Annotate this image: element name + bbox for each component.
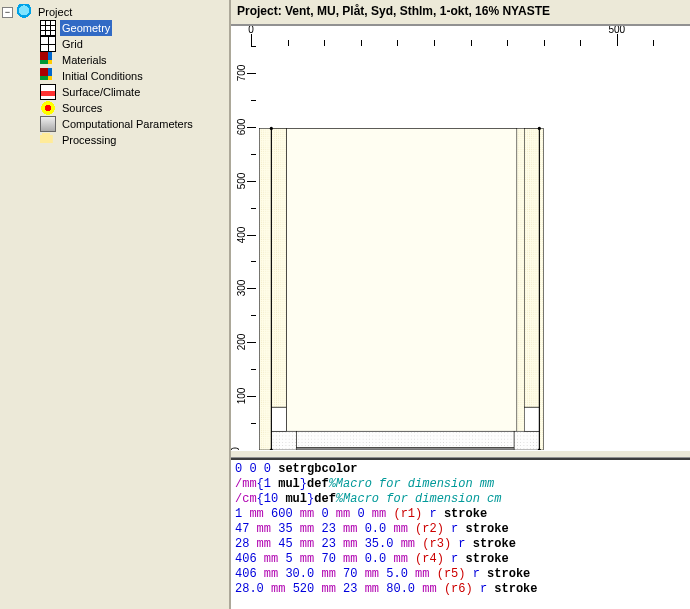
svg-rect-7: [271, 407, 286, 431]
project-tree[interactable]: − Project Geometry Grid Materials Initia…: [2, 4, 227, 148]
svg-rect-13: [524, 128, 539, 407]
svg-point-16: [270, 127, 273, 130]
tree-item-materials[interactable]: Materials: [30, 52, 227, 68]
svg-rect-10: [271, 128, 286, 407]
code-panel[interactable]: 0 0 0 setrgbcolor/mm{1 mul}def%Macro for…: [231, 458, 690, 609]
project-icon: [16, 4, 32, 20]
code-line[interactable]: /mm{1 mul}def%Macro for dimension mm: [235, 477, 686, 492]
initial-conditions-icon: [40, 68, 56, 84]
geometry-canvas[interactable]: 0500 0100200300400500600700: [231, 24, 690, 450]
ruler-horizontal: 0500: [251, 26, 690, 46]
sidebar: − Project Geometry Grid Materials Initia…: [0, 0, 229, 609]
svg-rect-8: [297, 447, 515, 450]
tree-item-initial-conditions[interactable]: Initial Conditions: [30, 68, 227, 84]
code-line[interactable]: 28 mm 45 mm 23 mm 35.0 mm (r3) r stroke: [235, 537, 686, 552]
project-title: Project: Vent, MU, Plåt, Syd, Sthlm, 1-o…: [231, 0, 690, 22]
code-line[interactable]: 47 mm 35 mm 23 mm 0.0 mm (r2) r stroke: [235, 522, 686, 537]
tree-item-grid[interactable]: Grid: [30, 36, 227, 52]
code-line[interactable]: 0 0 0 setrgbcolor: [235, 462, 686, 477]
svg-rect-6: [271, 431, 296, 450]
tree-root[interactable]: − Project: [2, 4, 227, 20]
app-root: − Project Geometry Grid Materials Initia…: [0, 0, 690, 609]
code-line[interactable]: /cm{10 mul}def%Macro for dimension cm: [235, 492, 686, 507]
tree-root-label: Project: [36, 4, 74, 20]
svg-rect-11: [514, 431, 539, 450]
ruler-vertical: 0100200300400500600700: [231, 46, 256, 450]
tree-item-computational-parameters[interactable]: Computational Parameters: [30, 116, 227, 132]
svg-rect-5: [286, 128, 516, 431]
grid-icon: [40, 36, 56, 52]
code-line[interactable]: 406 mm 5 mm 70 mm 0.0 mm (r4) r stroke: [235, 552, 686, 567]
main-panel: Project: Vent, MU, Plåt, Syd, Sthlm, 1-o…: [229, 0, 690, 609]
tree-item-surface-climate[interactable]: Surface/Climate: [30, 84, 227, 100]
code-line[interactable]: 28.0 mm 520 mm 23 mm 80.0 mm (r6) r stro…: [235, 582, 686, 597]
geometry-icon: [40, 20, 56, 36]
tree-children: Geometry Grid Materials Initial Conditio…: [2, 20, 227, 148]
tree-item-sources[interactable]: Sources: [30, 100, 227, 116]
tree-item-geometry[interactable]: Geometry: [30, 20, 227, 36]
drawing-area[interactable]: [259, 48, 690, 450]
tree-item-processing[interactable]: Processing: [30, 132, 227, 148]
materials-icon: [40, 52, 56, 68]
sources-icon: [40, 100, 56, 116]
svg-rect-12: [524, 407, 539, 431]
splitter-horizontal[interactable]: [231, 450, 690, 458]
collapse-icon[interactable]: −: [2, 7, 13, 18]
surface-icon: [40, 84, 56, 100]
code-line[interactable]: 1 mm 600 mm 0 mm 0 mm (r1) r stroke: [235, 507, 686, 522]
processing-icon: [40, 132, 56, 148]
svg-rect-9: [297, 431, 515, 447]
svg-point-17: [538, 127, 541, 130]
code-line[interactable]: 406 mm 30.0 mm 70 mm 5.0 mm (r5) r strok…: [235, 567, 686, 582]
comp-params-icon: [40, 116, 56, 132]
